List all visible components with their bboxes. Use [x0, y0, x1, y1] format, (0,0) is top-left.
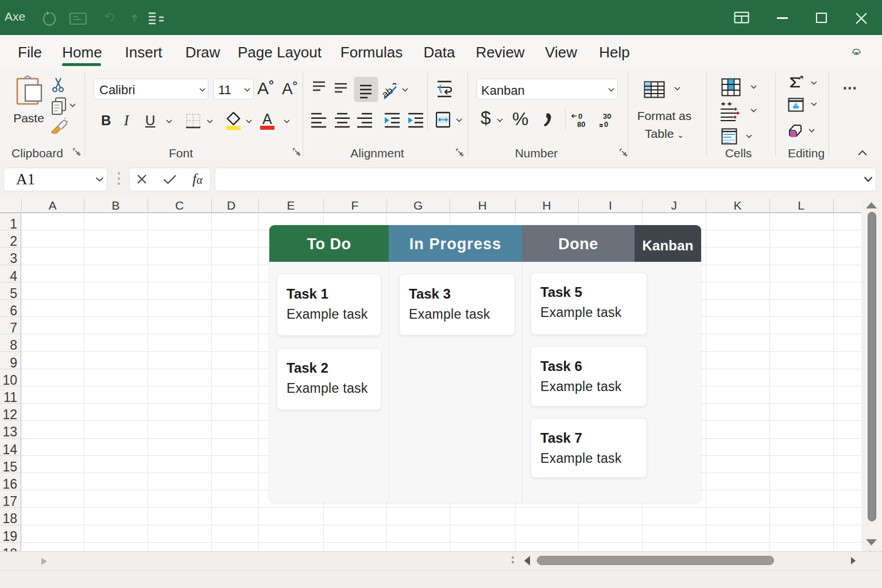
svg-text:ab: ab: [381, 85, 395, 100]
svg-text:0: 0: [578, 113, 582, 121]
svg-text:0: 0: [604, 120, 608, 128]
svg-text:80: 80: [577, 120, 585, 128]
svg-text:30: 30: [603, 113, 611, 121]
